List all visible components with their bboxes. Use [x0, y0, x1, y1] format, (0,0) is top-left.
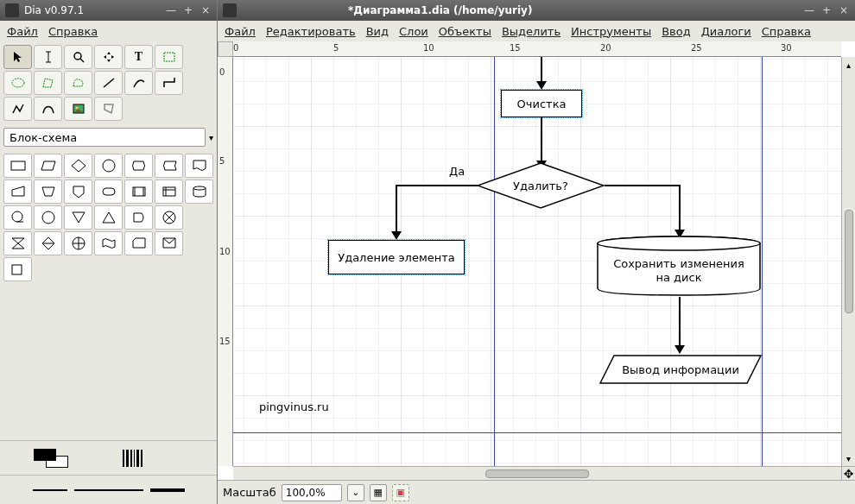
ruler-vertical[interactable]: 0 5 10 15 [218, 57, 233, 466]
line-style-sample[interactable] [123, 448, 183, 469]
menu-select[interactable]: Выделить [502, 25, 560, 38]
canvas-title: *Диаграмма1.dia (/home/yuriy) [348, 4, 532, 16]
scroll-thumb-h[interactable] [485, 469, 589, 478]
snap-grid-button[interactable]: ▦ [370, 484, 387, 501]
svg-point-20 [12, 211, 22, 222]
shape-sum[interactable] [155, 205, 183, 230]
shape-sort[interactable] [34, 231, 62, 255]
fg-color[interactable] [34, 449, 56, 461]
shape-punched-tape[interactable] [94, 231, 123, 255]
shape-manual-op[interactable] [34, 180, 62, 204]
shape-document[interactable] [185, 154, 213, 178]
linewidth-row[interactable] [0, 475, 217, 504]
menu-layers[interactable]: Слои [399, 25, 428, 38]
menu-dialogs[interactable]: Диалоги [701, 25, 751, 38]
maximize-icon[interactable]: + [820, 4, 833, 16]
snap-object-button[interactable]: ▣ [392, 484, 409, 501]
shape-or-junction[interactable] [64, 231, 92, 255]
shape-display[interactable] [124, 154, 153, 178]
tool-zigzag[interactable] [155, 71, 183, 95]
shape-offpage-down[interactable] [155, 231, 183, 255]
tool-box[interactable] [155, 45, 183, 69]
shape-delay[interactable] [124, 205, 153, 230]
shape-tape[interactable] [3, 205, 32, 230]
shapeset-input[interactable] [3, 128, 206, 147]
shape-predefined[interactable] [124, 180, 153, 204]
menu-file[interactable]: Файл [7, 25, 38, 38]
shape-io[interactable] [34, 154, 62, 178]
shape-collate[interactable] [3, 231, 32, 255]
menu-edit[interactable]: Редактировать [266, 25, 356, 38]
zoom-input[interactable] [282, 484, 342, 501]
shape-extract[interactable] [94, 205, 123, 230]
tool-outline[interactable] [94, 97, 123, 121]
maximize-icon[interactable]: + [182, 4, 194, 16]
nav-cross-icon[interactable]: ✥ [841, 466, 855, 480]
fc-decision[interactable]: Удалить? [476, 161, 605, 210]
shape-manual-input[interactable] [3, 180, 32, 204]
toolbox-titlebar[interactable]: Dia v0.97.1 — + × [0, 0, 217, 21]
menu-input[interactable]: Ввод [662, 25, 691, 38]
shape-merge[interactable] [64, 205, 92, 230]
shape-process[interactable] [3, 154, 32, 178]
shape-terminal[interactable] [94, 180, 123, 204]
scrollbar-horizontal[interactable] [233, 466, 841, 480]
shape-decision[interactable] [64, 154, 92, 178]
fc-process-2[interactable]: Удаление элемента [328, 240, 465, 274]
shape-data[interactable] [3, 257, 32, 281]
menu-tools[interactable]: Инструменты [571, 25, 651, 38]
tool-ellipse[interactable] [3, 71, 32, 95]
tool-text[interactable]: T [124, 45, 153, 69]
shape-stored-data[interactable] [155, 154, 183, 178]
arrow-up-icon[interactable]: ▴ [843, 59, 855, 71]
menu-help[interactable]: Справка [48, 25, 98, 38]
tool-bezier[interactable] [34, 97, 62, 121]
watermark: pingvinus.ru [259, 400, 329, 413]
shape-or[interactable] [34, 205, 62, 230]
shape-card[interactable] [124, 231, 153, 255]
shape-internal-storage[interactable] [155, 180, 183, 204]
tool-polyline[interactable] [3, 97, 32, 121]
ruler-horizontal[interactable]: 0 5 10 15 20 25 30 [233, 41, 841, 57]
tool-pointer[interactable] [3, 45, 32, 69]
arrow-down-icon[interactable]: ▾ [843, 452, 855, 464]
canvas-surface[interactable]: Очистка Удалить? Да [233, 57, 841, 466]
shape-offpage[interactable] [64, 180, 92, 204]
scroll-thumb-v[interactable] [845, 210, 853, 313]
statusbar: Масштаб ⌄ ▦ ▣ [218, 480, 855, 504]
tool-beziergon[interactable] [64, 71, 92, 95]
fc-storage[interactable]: Сохранить изменения на диск [596, 235, 762, 297]
shape-database[interactable] [185, 180, 213, 204]
canvas-window: *Диаграмма1.dia (/home/yuriy) — + × Файл… [218, 0, 855, 504]
tool-scroll[interactable] [94, 45, 123, 69]
chevron-down-icon[interactable]: ▾ [209, 133, 213, 142]
color-swatch[interactable] [34, 449, 68, 468]
tool-line[interactable] [94, 71, 123, 95]
fc-output[interactable]: Вывод информации [598, 354, 763, 385]
app-icon [5, 3, 19, 17]
tool-arc[interactable] [124, 71, 153, 95]
tool-zoom[interactable] [64, 45, 92, 69]
main-tools: T [0, 41, 217, 124]
ruler-corner[interactable] [218, 41, 233, 57]
zoom-menu-button[interactable]: ⌄ [347, 484, 364, 501]
shapeset-selector[interactable]: ▾ [3, 128, 213, 147]
tool-polygon[interactable] [34, 71, 62, 95]
minimize-icon[interactable]: — [803, 4, 815, 16]
menu-help[interactable]: Справка [762, 25, 811, 38]
close-icon[interactable]: × [200, 4, 212, 16]
menu-objects[interactable]: Объекты [439, 25, 491, 38]
menu-file[interactable]: Файл [225, 25, 256, 38]
close-icon[interactable]: × [838, 4, 850, 16]
tool-image[interactable] [64, 97, 92, 121]
scrollbar-vertical[interactable]: ▴ ▾ [841, 57, 855, 466]
minimize-icon[interactable]: — [165, 4, 177, 16]
fc-process-1[interactable]: Очистка [501, 90, 582, 117]
svg-rect-12 [103, 188, 115, 195]
menu-view[interactable]: Вид [366, 25, 389, 38]
tool-text-edit[interactable] [34, 45, 62, 69]
svg-rect-5 [164, 53, 174, 61]
toolbox-menubar: Файл Справка [0, 21, 217, 41]
canvas-titlebar[interactable]: *Диаграмма1.dia (/home/yuriy) — + × [218, 0, 855, 21]
shape-connector[interactable] [94, 154, 123, 178]
